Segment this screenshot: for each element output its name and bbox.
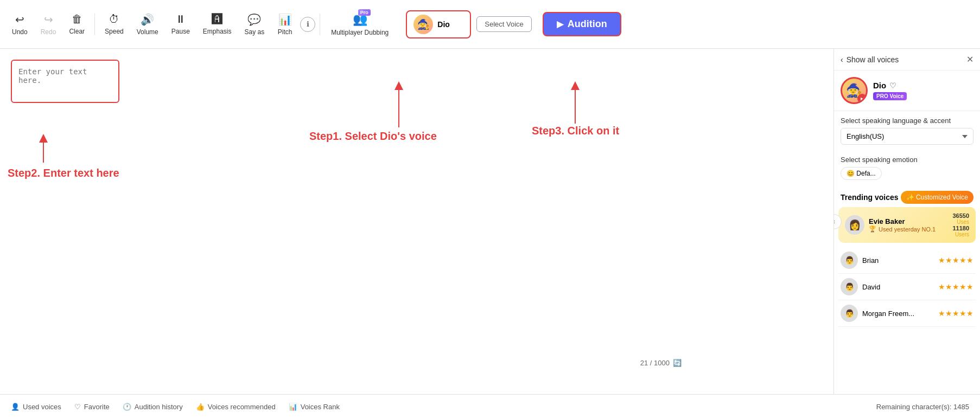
voice-item-brian-avatar: 👨 <box>841 252 858 269</box>
panel-header: ‹ Show all voices ✕ <box>834 49 980 70</box>
volume-icon: 🔊 <box>141 13 154 26</box>
emphasis-label: Emphasis <box>203 28 232 35</box>
voice-item-morgan-stars: ★★★★★ <box>938 309 973 318</box>
audition-history-link[interactable]: 🕐 Audition history <box>123 403 183 411</box>
voice-item-morgan-name: Morgan Freem... <box>862 310 914 318</box>
voices-rank-link[interactable]: 📊 Voices Rank <box>289 403 340 411</box>
thumbs-up-icon: 👍 <box>196 403 205 411</box>
audition-button[interactable]: ▶ Audition <box>543 12 621 36</box>
play-icon: ▶ <box>557 19 563 29</box>
heart-icon[interactable]: ♡ <box>889 81 896 90</box>
info-button[interactable]: ℹ <box>300 17 315 32</box>
pitch-button[interactable]: 📊 Pitch <box>272 10 298 39</box>
voice-item-brian-name: Brian <box>862 256 879 265</box>
voice-item-david-left: 👨 David <box>841 278 880 295</box>
favorite-link[interactable]: ♡ Favorite <box>74 403 110 411</box>
voice-chip[interactable]: 🧙 Dio <box>406 10 471 38</box>
used-voices-link[interactable]: 👤 Used voices <box>11 403 61 411</box>
divider-2 <box>320 14 320 35</box>
say-as-button[interactable]: 💬 Say as <box>239 10 270 39</box>
multiplayer-dubbing-button[interactable]: 👥 Pro Multiplayer Dubbing <box>324 9 395 40</box>
text-editor[interactable] <box>11 60 119 103</box>
divider-1 <box>94 14 95 35</box>
featured-voice-card[interactable]: 👩 Evie Baker 🏆 Used yesterday NO.1 36550… <box>838 207 976 243</box>
toolbar-history-group: ↩ Undo ↪ Redo 🗑 Clear <box>7 10 90 39</box>
voice-item-morgan[interactable]: 👨 Morgan Freem... ★★★★★ <box>838 300 976 327</box>
pitch-label: Pitch <box>278 28 292 36</box>
emotion-tag[interactable]: 😊 Defa... <box>841 167 882 180</box>
say-as-icon: 💬 <box>247 13 261 26</box>
voices-recommended-label: Voices recommended <box>208 403 276 411</box>
voice-item-brian[interactable]: 👨 Brian ★★★★★ <box>838 247 976 274</box>
step3-label: Step3. Click on it <box>532 125 619 137</box>
language-section: Select speaking language & accent Englis… <box>834 111 980 150</box>
panel-voice-name: Dio <box>873 81 886 90</box>
redo-button[interactable]: ↪ Redo <box>35 10 62 39</box>
select-voice-button[interactable]: Select Voice <box>476 16 532 32</box>
char-count-value: 21 / 1000 <box>640 359 670 367</box>
voice-item-david-name: David <box>862 283 880 291</box>
clear-button[interactable]: 🗑 Clear <box>63 10 90 38</box>
stat1-row: 36550 <box>952 212 969 219</box>
trending-label: Trending voices <box>841 193 899 202</box>
speed-icon: ⏱ <box>109 13 119 25</box>
stat1-label: Uses <box>957 219 969 225</box>
emotion-tag-label: 😊 Defa... <box>847 170 876 177</box>
emphasis-button[interactable]: 🅰 Emphasis <box>198 10 237 38</box>
customized-label: ✨ Customized Voice <box>906 194 968 201</box>
main-area: Step2. Enter text here Step1. Select Dio… <box>0 49 980 394</box>
remaining-label: Remaining character(s): 1485 <box>876 403 969 411</box>
pause-button[interactable]: ⏸ Pause <box>166 10 195 38</box>
trending-header: Trending voices ✨ Customized Voice <box>834 185 980 207</box>
rank-icon: 📊 <box>289 403 297 411</box>
featured-stats: 36550 Uses 11180 Users <box>952 212 969 237</box>
voice-item-david[interactable]: 👨 David ★★★★★ <box>838 274 976 300</box>
multiplayer-icon-wrap: 👥 Pro <box>353 12 367 27</box>
chevron-left-icon: ‹ <box>841 55 843 64</box>
undo-label: Undo <box>12 28 28 36</box>
step1-label: Step1. Select Dio's voice <box>309 130 437 142</box>
speed-label: Speed <box>105 28 124 35</box>
undo-button[interactable]: ↩ Undo <box>7 10 33 39</box>
step3-annotation: Step3. Click on it <box>532 125 619 137</box>
emphasis-icon: 🅰 <box>212 13 222 25</box>
featured-badge-text: Used yesterday NO.1 <box>879 226 936 233</box>
lang-label: Select speaking language & accent <box>841 117 973 125</box>
show-all-voices-label: Show all voices <box>847 55 899 64</box>
right-panel: ‹ ‹ Show all voices ✕ 🧙 ▶ Dio ♡ PRO Voic… <box>833 49 980 394</box>
show-all-voices-link[interactable]: ‹ Show all voices <box>841 55 899 64</box>
voice-area: 🧙 Dio Select Voice <box>406 10 532 38</box>
customized-voice-button[interactable]: ✨ Customized Voice <box>901 191 973 204</box>
featured-info: Evie Baker 🏆 Used yesterday NO.1 <box>869 217 936 233</box>
close-panel-button[interactable]: ✕ <box>966 54 973 65</box>
voice-meta: Dio ♡ PRO Voice <box>873 81 907 100</box>
emotion-label: Select speaking emotion <box>841 156 973 164</box>
language-dropdown[interactable]: English(US) English(UK) Spanish French G… <box>841 128 973 145</box>
voices-rank-label: Voices Rank <box>301 403 340 411</box>
trash-icon: 🗑 <box>72 13 82 25</box>
pause-icon: ⏸ <box>175 13 186 25</box>
panel-play-overlay[interactable]: ▶ <box>857 94 867 104</box>
stat2-label: Users <box>955 231 969 237</box>
voices-recommended-link[interactable]: 👍 Voices recommended <box>196 403 276 411</box>
stat1-num: 36550 <box>952 212 969 219</box>
remaining-chars: Remaining character(s): 1485 <box>876 403 969 411</box>
pitch-icon: 📊 <box>278 13 292 26</box>
audition-history-label: Audition history <box>135 403 183 411</box>
volume-label: Volume <box>137 28 158 36</box>
toolbar-controls-group: ⏱ Speed 🔊 Volume ⏸ Pause 🅰 Emphasis 💬 Sa… <box>99 10 315 39</box>
redo-label: Redo <box>41 28 56 36</box>
pause-label: Pause <box>171 28 190 35</box>
volume-button[interactable]: 🔊 Volume <box>131 10 164 39</box>
voice-item-brian-left: 👨 Brian <box>841 252 879 269</box>
trophy-icon: 🏆 <box>869 225 876 233</box>
featured-avatar: 👩 <box>845 215 864 235</box>
voice-item-david-stars: ★★★★★ <box>938 282 973 291</box>
char-counter: 21 / 1000 🔄 <box>640 359 682 367</box>
featured-left: 👩 Evie Baker 🏆 Used yesterday NO.1 <box>845 215 936 235</box>
heart-fav-icon: ♡ <box>74 403 81 411</box>
voice-item-morgan-left: 👨 Morgan Freem... <box>841 305 914 322</box>
refresh-icon[interactable]: 🔄 <box>673 359 682 367</box>
clear-label: Clear <box>69 28 85 35</box>
speed-button[interactable]: ⏱ Speed <box>99 10 129 38</box>
